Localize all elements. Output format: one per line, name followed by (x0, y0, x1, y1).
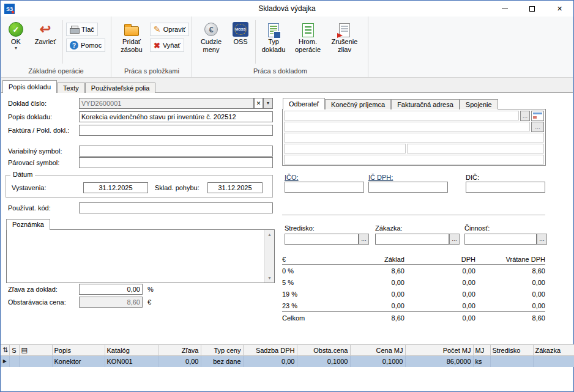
cell-cena-mj: 0,1000 (350, 356, 405, 367)
vat-total-label: Celkom (282, 314, 331, 322)
grid-header-mj[interactable]: MJ (473, 345, 490, 356)
address-country-input[interactable] (284, 155, 544, 165)
tab-spojenie[interactable]: Spojenie (460, 99, 498, 109)
icdph-input[interactable] (368, 182, 448, 193)
cell-stredisko (490, 356, 533, 367)
cudzie-meny-button[interactable]: € Cudzie meny (195, 19, 227, 67)
tab-texty[interactable]: Texty (57, 83, 85, 93)
doklad-cislo-clear-button[interactable]: ✕ (254, 98, 263, 109)
grid-header-s[interactable]: S (9, 345, 19, 356)
ico-input[interactable] (285, 182, 364, 193)
cell-typ-ceny: bez dane (201, 356, 243, 367)
main-tab-strip: Popis dokladu Texty Používateľské polia (2, 80, 155, 93)
scroll-down-icon[interactable]: ▼ (265, 273, 274, 283)
grid-header-zakazka[interactable]: Zákazka (533, 345, 574, 356)
sheet-icon[interactable]: ▤ (19, 345, 52, 356)
parovaci-symbol-input[interactable] (79, 157, 273, 168)
vat-row-19: 19 % 0,00 0,00 0,00 (282, 288, 545, 300)
address-line2-input[interactable] (284, 122, 530, 131)
pencil-icon: ✎ (154, 24, 161, 34)
oss-button[interactable]: MOSS OSS (227, 19, 254, 67)
cell-zakazka (533, 356, 574, 367)
address-city-input[interactable] (407, 144, 544, 153)
doklad-cislo-dropdown-button[interactable]: ▼ (263, 98, 273, 109)
poznamka-scrollbar[interactable]: ▲ ▼ (264, 230, 274, 283)
obstaravacia-cena-input (79, 297, 143, 308)
zrusenie-zliav-button[interactable]: Zrušenie zliav (329, 19, 360, 67)
typ-dokladu-button[interactable]: Typ dokladu (258, 19, 289, 67)
grid-header-stredisko[interactable]: Stredisko (490, 345, 533, 356)
grid-header-zlava[interactable]: Zľava (158, 345, 201, 356)
obstaravacia-unit-label: € (147, 298, 151, 306)
row-marker-icon: ▶ (1, 356, 9, 367)
scroll-up-icon[interactable]: ▲ (265, 230, 274, 239)
icdph-link-label[interactable]: IČ DPH: (368, 174, 393, 181)
address-zip-input[interactable] (284, 144, 406, 153)
cinnost-lookup-button[interactable]: … (537, 234, 547, 245)
stredisko-lookup-button[interactable]: … (359, 234, 369, 245)
vynat-button[interactable]: ✖ Vyňať (150, 39, 184, 52)
sort-icon[interactable]: ⇅ (1, 345, 9, 356)
grid-row-selected[interactable]: ▶ Konektor KON001 0,00 bez dane 0,00 0,1… (1, 356, 574, 367)
grid-header-popis[interactable]: Popis (52, 345, 105, 356)
popis-dokladu-input[interactable] (79, 111, 273, 122)
tab-konecny-prijemca[interactable]: Konečný príjemca (325, 99, 391, 109)
address-card-icon[interactable] (531, 111, 544, 121)
pouzivat-kod-input[interactable] (79, 202, 273, 213)
address-line1-input[interactable] (284, 111, 519, 120)
grid-header-cena-mj[interactable]: Cena MJ (350, 345, 405, 356)
tab-odberatel[interactable]: Odberateľ (283, 98, 325, 109)
tlac-button[interactable]: Tlač (66, 23, 98, 36)
ico-link-label[interactable]: IČO: (285, 174, 299, 181)
poznamka-textarea[interactable]: ▲ ▼ (6, 229, 275, 283)
grid-header-obsta-cena[interactable]: Obsta.cena (297, 345, 350, 356)
ok-button[interactable]: ✓ OK ▾ (4, 19, 28, 67)
pridat-zasobu-button[interactable]: Pridať zásobu (116, 19, 147, 67)
cinnost-input[interactable] (464, 234, 537, 245)
zakazka-input[interactable] (375, 234, 449, 245)
address-line3-input[interactable] (284, 133, 544, 142)
cell-popis: Konektor (52, 356, 105, 367)
skladova-vydajka-window: Skladová výdajka S3 ✕ ✓ OK ▾ ↩ Zavrieť T… (0, 0, 574, 392)
items-grid: ⇅ S ▤ Popis Katalóg Zľava Typ ceny Sadzb… (1, 344, 574, 367)
grid-header-sadzba-dph[interactable]: Sadzba DPH (243, 345, 297, 356)
faktura-label: Faktúra / Pokl. dokl.: (8, 127, 69, 134)
opravit-button[interactable]: ✎ Opraviť (150, 23, 189, 36)
minimize-button[interactable] (491, 1, 518, 17)
dic-input[interactable] (466, 182, 545, 193)
grid-header-katalog[interactable]: Katalóg (105, 345, 158, 356)
grid-header-row: ⇅ S ▤ Popis Katalóg Zľava Typ ceny Sadzb… (1, 345, 574, 356)
address-line2-lookup-button[interactable]: … (531, 122, 544, 132)
vat-col-vratane: Vrátane DPH (475, 256, 545, 263)
vystavenia-date-input[interactable] (83, 182, 148, 193)
address-lookup-button[interactable]: … (520, 111, 530, 121)
pomoc-button[interactable]: ? Pomoc (66, 39, 105, 52)
zavriet-button[interactable]: ↩ Zavrieť (31, 19, 60, 67)
close-button[interactable]: ✕ (546, 1, 573, 17)
printer-icon (70, 26, 79, 34)
grid-header-typ-ceny[interactable]: Typ ceny (201, 345, 243, 356)
cell-obsta-cena: 0,1000 (297, 356, 350, 367)
grid-header-pocet-mj[interactable]: Počet MJ (405, 345, 473, 356)
tab-pouzivatelske-polia[interactable]: Používateľské polia (85, 83, 156, 93)
variabilny-symbol-input[interactable] (79, 146, 273, 157)
sklad-pohybu-date-input[interactable] (207, 182, 263, 193)
vat-row-5: 5 % 0,00 0,00 0,00 (282, 276, 545, 288)
stredisko-input[interactable] (285, 234, 359, 245)
sklad-pohybu-label: Sklad. pohybu: (155, 184, 199, 191)
cinnost-label: Činnosť: (464, 224, 490, 232)
ribbon-group-praca-s-polozkami: Pridať zásobu ✎ Opraviť ✖ Vyňať Práca s … (112, 17, 192, 77)
tab-popis-dokladu[interactable]: Popis dokladu (2, 80, 57, 93)
ok-icon: ✓ (9, 22, 23, 37)
faktura-input[interactable] (79, 125, 273, 136)
cell-zlava: 0,00 (158, 356, 201, 367)
vat-header-row: € Základ DPH Vrátane DPH (282, 254, 545, 265)
document-type-icon (268, 23, 279, 37)
tab-poznamka[interactable]: Poznámka (6, 219, 50, 230)
hromadne-operacie-button[interactable]: Hrom. operácie (292, 19, 324, 67)
zlava-za-doklad-input[interactable] (79, 284, 143, 295)
tab-fakturacna-adresa[interactable]: Fakturačná adresa (391, 99, 460, 109)
zakazka-lookup-button[interactable]: … (449, 234, 460, 245)
zlava-za-doklad-label: Zľava za doklad: (8, 286, 58, 293)
maximize-button[interactable] (518, 1, 546, 17)
